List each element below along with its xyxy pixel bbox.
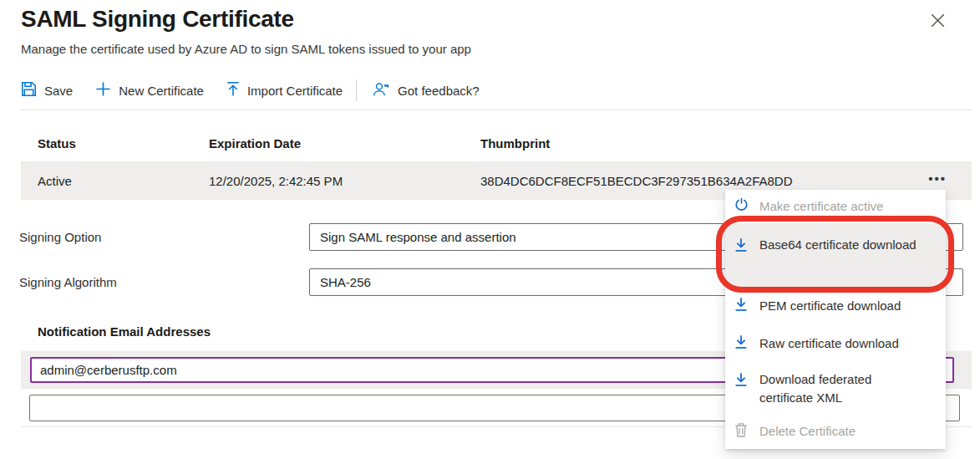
download-icon (734, 237, 751, 287)
row-more-menu-button[interactable]: ••• (925, 168, 950, 189)
toolbar: Save New Certificate Import Certificate … (21, 77, 480, 104)
menu-item-base64-certificate-download[interactable]: Base64 certificate download (725, 223, 946, 287)
menu-item-delete-certificate[interactable]: Delete Certificate (725, 414, 946, 449)
cell-expiration-date: 12/20/2025, 2:42:45 PM (209, 174, 480, 188)
signing-algorithm-label: Signing Algorithm (19, 275, 117, 289)
cell-status: Active (21, 174, 209, 188)
menu-item-raw-certificate-download[interactable]: Raw certificate download (725, 324, 946, 362)
close-icon (931, 13, 945, 31)
page-subtitle: Manage the certificate used by Azure AD … (21, 42, 471, 56)
download-icon (734, 297, 751, 324)
close-button[interactable] (926, 10, 949, 33)
signing-option-label: Signing Option (19, 230, 101, 244)
new-certificate-label: New Certificate (119, 84, 204, 98)
menu-item-label: Make certificate active (759, 197, 922, 223)
save-button[interactable]: Save (21, 81, 73, 99)
menu-item-download-federated-certificate-xml[interactable]: Download federated certificate XML (725, 362, 946, 414)
download-icon (734, 372, 751, 414)
certificate-context-menu: Make certificate active Base64 certifica… (725, 190, 946, 449)
notification-emails-heading: Notification Email Addresses (38, 324, 211, 339)
menu-item-label: Raw certificate download (759, 334, 922, 362)
feedback-button[interactable]: Got feedback? (373, 81, 480, 99)
menu-item-pem-certificate-download[interactable]: PEM certificate download (725, 287, 946, 324)
power-icon (734, 197, 751, 223)
menu-item-label: Delete Certificate (759, 422, 922, 449)
column-header-thumbprint: Thumbprint (480, 136, 972, 150)
signing-algorithm-value: SHA-256 (320, 275, 371, 289)
column-header-expiration: Expiration Date (209, 136, 480, 150)
save-icon (21, 81, 37, 99)
menu-item-label: Download federated certificate XML (759, 370, 922, 414)
menu-item-label: Base64 certificate download (759, 236, 922, 287)
cell-thumbprint: 38D4DC6DCF8ECF51BECDC3F297351B634A2FA8DD (480, 174, 972, 188)
signing-option-value: Sign SAML response and assertion (320, 230, 516, 244)
page-title: SAML Signing Certificate (21, 6, 294, 33)
import-certificate-label: Import Certificate (247, 84, 343, 98)
menu-item-make-certificate-active[interactable]: Make certificate active (725, 190, 946, 223)
import-upload-icon (226, 81, 240, 99)
menu-item-label: PEM certificate download (759, 297, 922, 324)
toolbar-divider (356, 79, 357, 101)
certificate-table-header: Status Expiration Date Thumbprint (21, 130, 972, 156)
toolbar-rule (21, 110, 972, 110)
trash-icon (734, 422, 751, 449)
new-certificate-button[interactable]: New Certificate (95, 81, 204, 99)
plus-icon (95, 81, 111, 99)
save-label: Save (44, 84, 73, 98)
download-icon (734, 334, 751, 362)
column-header-status: Status (21, 136, 209, 150)
feedback-person-icon (373, 81, 390, 99)
import-certificate-button[interactable]: Import Certificate (226, 81, 343, 99)
feedback-label: Got feedback? (398, 84, 480, 98)
